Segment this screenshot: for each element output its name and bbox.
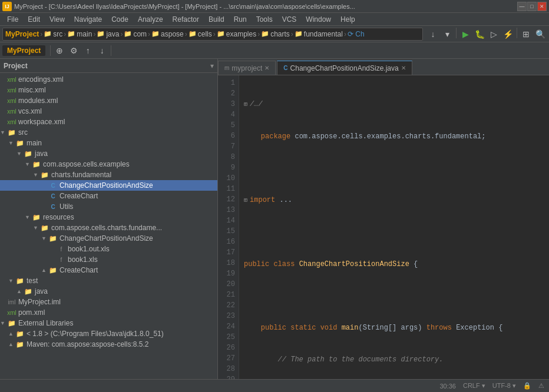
tree-icon: f <box>57 255 66 264</box>
bc-src: src <box>53 30 62 38</box>
code-area: 1234567891011121314151617181920212223242… <box>218 75 549 379</box>
tree-item[interactable]: ▼📁ChangeChartPositionAndSize <box>0 233 217 244</box>
project-label: MyProject <box>2 45 45 56</box>
debug2-button[interactable]: ⚡ <box>501 28 514 41</box>
menu-item-navigate[interactable]: Navigate <box>70 14 107 25</box>
tree-item[interactable]: ▲📁Maven: com.aspose:aspose-cells:8.5.2 <box>0 339 217 350</box>
up-button[interactable]: ↑ <box>81 44 94 57</box>
minimize-button[interactable]: — <box>517 2 527 11</box>
run2-button[interactable]: ▷ <box>487 28 500 41</box>
tree-item[interactable]: CUtils <box>0 201 217 212</box>
tree-item[interactable]: ▼📁External Libraries <box>0 318 217 328</box>
tree-arrow: ▲ <box>16 288 24 294</box>
bc-folder-icon2: 📁 <box>67 30 75 38</box>
tree-item[interactable]: ▼📁main <box>0 138 217 148</box>
status-encoding[interactable]: UTF-8 ▾ <box>492 382 516 390</box>
run-button[interactable]: ▶ <box>459 28 472 41</box>
menu-item-help[interactable]: Help <box>336 14 360 25</box>
tree-icon: xml <box>7 107 16 116</box>
tree-icon: xml <box>7 308 16 317</box>
tree-item[interactable]: ▼📁resources <box>0 212 217 222</box>
tree-icon: xml <box>7 117 16 127</box>
menu-item-run[interactable]: Run <box>229 14 252 25</box>
code-scroll[interactable]: 1234567891011121314151617181920212223242… <box>218 75 549 379</box>
menu-item-tools[interactable]: Tools <box>252 14 277 25</box>
tree-icon: xml <box>7 85 16 95</box>
bc-folder-icon: 📁 <box>44 30 52 38</box>
bc-com: com <box>133 30 147 38</box>
close-button[interactable]: ✕ <box>537 2 547 11</box>
tree-item[interactable]: ▼📁charts.fundamental <box>0 170 217 180</box>
status-line-ending[interactable]: CRLF ▾ <box>463 382 485 390</box>
line-numbers: 1234567891011121314151617181920212223242… <box>218 75 239 379</box>
menu-item-view[interactable]: View <box>45 14 70 25</box>
bc-myproject: MyProject <box>5 30 39 38</box>
down-button2[interactable]: ↓ <box>95 44 108 57</box>
code-line-3 <box>244 163 549 174</box>
tab-myproject[interactable]: m myproject ✕ <box>218 61 276 75</box>
search-button[interactable]: 🔍 <box>534 28 547 41</box>
nav-back-button[interactable]: ↓ <box>426 28 439 41</box>
panel-settings-icon[interactable]: ▾ <box>210 62 214 70</box>
tree-icon: iml <box>7 297 16 307</box>
tree-icon: 📁 <box>32 212 41 222</box>
grid-button[interactable]: ⊞ <box>520 28 533 41</box>
tree-item[interactable]: fbook1.out.xls <box>0 244 217 254</box>
tree-item[interactable]: xmlencodings.xml <box>0 74 217 85</box>
tree-arrow: ▼ <box>0 320 7 326</box>
menu-item-edit[interactable]: Edit <box>23 14 45 25</box>
tree-item[interactable]: fbook1.xls <box>0 254 217 265</box>
menu-item-code[interactable]: Code <box>107 14 133 25</box>
tree-icon: 📁 <box>15 276 25 285</box>
menu-item-file[interactable]: File <box>2 14 23 25</box>
tree-item[interactable]: CCreateChart <box>0 191 217 201</box>
tree-label: MyProject.iml <box>18 298 61 306</box>
tree-icon: C <box>48 202 58 211</box>
debug-button[interactable]: 🐛 <box>473 28 486 41</box>
tree-item[interactable]: ▲📁java <box>0 286 217 297</box>
tree-arrow: ▼ <box>33 172 40 178</box>
tab-changechart-close[interactable]: ✕ <box>401 65 406 71</box>
code-lines: ⊞/…/ package com.aspose.cells.examples.c… <box>239 75 549 379</box>
tree-item[interactable]: ▲📁< 1.8 > (C:\Program Files\Java\jdk1.8.… <box>0 328 217 339</box>
sync-button[interactable]: ⊕ <box>53 44 66 57</box>
tree-item[interactable]: ▲📁CreateChart <box>0 265 217 275</box>
tab-changechart-label: ChangeChartPositionAndSize.java <box>290 64 399 72</box>
tree-item[interactable]: ▼📁java <box>0 148 217 159</box>
menu-item-window[interactable]: Window <box>301 14 336 25</box>
tab-myproject-label: myproject <box>231 64 262 72</box>
settings-button[interactable]: ⚙ <box>67 44 80 57</box>
status-right: 30:36 CRLF ▾ UTF-8 ▾ 🔒 ⚠ <box>439 382 544 390</box>
tree-item[interactable]: ▼📁com.aspose.cells.examples <box>0 159 217 170</box>
tree-item[interactable]: xmlworkspace.xml <box>0 117 217 127</box>
menu-item-analyze[interactable]: Analyze <box>133 14 168 25</box>
maximize-button[interactable]: □ <box>527 2 537 11</box>
status-time: 30:36 <box>439 383 456 390</box>
toolbar2: MyProject ⊕ ⚙ ↑ ↓ <box>0 42 549 59</box>
tree-item[interactable]: xmlmodules.xml <box>0 95 217 106</box>
tree-item[interactable]: imlMyProject.iml <box>0 297 217 307</box>
menu-item-refactor[interactable]: Refactor <box>168 14 204 25</box>
tab-myproject-close[interactable]: ✕ <box>264 65 269 71</box>
tree-item[interactable]: ▼📁com.aspose.cells.charts.fundame... <box>0 222 217 233</box>
nav-dropdown-button[interactable]: ▾ <box>441 28 454 41</box>
menu-item-build[interactable]: Build <box>204 14 229 25</box>
bc-folder-icon4: 📁 <box>124 30 132 38</box>
tree-item[interactable]: xmlpom.xml <box>0 307 217 318</box>
tree-label: ChangeChartPositionAndSize <box>59 181 153 190</box>
toolbar-right-buttons: ↓ ▾ ▶ 🐛 ▷ ⚡ ⊞ 🔍 <box>426 28 547 41</box>
tree-icon: C <box>48 181 58 190</box>
tree-item[interactable]: ▼📁src <box>0 127 217 138</box>
bc-examples: examples <box>226 30 256 38</box>
tree-item[interactable]: CChangeChartPositionAndSize <box>0 180 217 191</box>
main-area: Project ▾ xmlencodings.xmlxmlmisc.xmlxml… <box>0 59 549 379</box>
tree-item[interactable]: ▼📁test <box>0 275 217 286</box>
tree-label: encodings.xml <box>18 75 64 84</box>
tree-item[interactable]: xmlvcs.xml <box>0 106 217 117</box>
menu-item-vcs[interactable]: VCS <box>277 14 302 25</box>
tree-item[interactable]: xmlmisc.xml <box>0 85 217 95</box>
tree-label: test <box>27 277 38 285</box>
tree-label: book1.xls <box>68 255 98 264</box>
breadcrumb[interactable]: MyProject › 📁 src › 📁 main › 📁 java › 📁 … <box>2 28 423 41</box>
tab-changechart[interactable]: C ChangeChartPositionAndSize.java ✕ <box>277 61 412 75</box>
